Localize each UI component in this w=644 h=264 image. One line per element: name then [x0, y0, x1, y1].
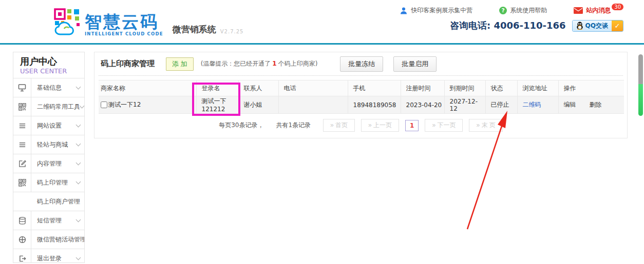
current-page-indicator: 1	[405, 120, 419, 131]
chevron-down-icon	[76, 84, 81, 89]
sidebar-title: 用户中心 USER CENTER	[13, 52, 84, 78]
scrollbar-thumb-green[interactable]	[638, 84, 643, 116]
qrcode-icon	[13, 173, 31, 192]
main-panel: 码上印商家管理 添 加 (温馨提示：您已经开通了1个码上印商家) 批量冻结 批量…	[94, 52, 628, 138]
sidebar-item-print-merchant-mgmt[interactable]: 码上印商户管理	[13, 192, 84, 211]
menu-icon	[13, 116, 31, 135]
total-records-text: 共有1条记录	[276, 121, 311, 130]
scrollbar-thumb-gray[interactable]	[638, 54, 643, 84]
database-icon	[13, 211, 31, 230]
messages-badge: 30	[612, 4, 623, 10]
chevron-down-icon	[76, 255, 81, 260]
prev-page-button[interactable]: » 上一页	[361, 119, 399, 132]
chevron-down-icon	[76, 160, 81, 165]
qrcode-icon	[13, 97, 31, 116]
hint-prefix: (温馨提示：您已经开通了	[201, 60, 271, 67]
cell-expire-date: 2027-12-12	[444, 96, 485, 114]
cell-contact: 谢小姐	[238, 96, 278, 114]
qq-check-icon: ✓	[612, 21, 623, 31]
sidebar-title-en: USER CENTER	[20, 67, 84, 75]
sidebar-item-label: 网站设置	[31, 121, 62, 130]
hotline-label: 咨询电话:	[450, 20, 490, 31]
col-register-date: 注册时间	[401, 80, 444, 96]
qq-chat-button[interactable]: QQ交谈 ✓	[572, 20, 623, 32]
app-logo: 智慧云码 INTELLIGENT CLOUD CODE 微营销系统 V2.7.2…	[54, 8, 243, 36]
globe-icon	[13, 230, 31, 249]
cloud-qrcode-logo-icon	[54, 8, 81, 36]
hint-suffix: 个码上印商家)	[278, 60, 318, 67]
chevron-down-icon	[76, 179, 81, 184]
chevron-down-icon	[76, 141, 81, 146]
sidebar-item-sms-mgmt[interactable]: 短信管理	[13, 211, 84, 230]
messages-label: 站内消息	[586, 6, 611, 15]
sidebar-item-label: 轻站与商城	[31, 140, 68, 149]
monitor-icon	[13, 78, 31, 97]
hint-text: (温馨提示：您已经开通了1个码上印商家)	[201, 59, 318, 68]
edit-icon	[13, 154, 31, 173]
help-label: 系统使用帮助	[510, 6, 547, 15]
sidebar-item-qrcode-tools[interactable]: 二维码常用工具	[13, 97, 84, 116]
case-center-link[interactable]: 快印客案例展示集中营	[400, 6, 472, 15]
col-phone: 电话	[278, 80, 348, 96]
row-checkbox[interactable]	[101, 101, 107, 108]
person-icon	[400, 7, 408, 15]
system-name: 微营销系统	[173, 24, 216, 35]
status-badge: 已停止	[485, 96, 517, 114]
sidebar-item-label: 短信管理	[31, 216, 62, 225]
chevron-down-icon	[76, 217, 81, 222]
col-expire-date: 到期时间	[444, 80, 485, 96]
merchant-table: 商家名称 登录名 联系人 电话 手机 注册时间 到期时间 状态 浏览地址 操作 …	[99, 80, 624, 114]
col-view-url: 浏览地址	[517, 80, 558, 96]
sidebar-title-cn: 用户中心	[20, 56, 84, 67]
last-page-button[interactable]: » 末 页	[469, 119, 502, 132]
delete-link[interactable]: 删除	[590, 101, 602, 108]
top-header: 智慧云码 INTELLIGENT CLOUD CODE 微营销系统 V2.7.2…	[0, 0, 644, 45]
logout-icon	[13, 249, 31, 263]
qq-penguin-icon	[576, 22, 583, 30]
sidebar-item-label: 退出登录	[31, 254, 62, 263]
sidebar-item-content-mgmt[interactable]: 内容管理	[13, 154, 84, 173]
sidebar-item-logout[interactable]: 退出登录	[13, 249, 84, 263]
case-center-label: 快印客案例展示集中营	[411, 6, 472, 15]
system-version: V2.7.25	[220, 29, 244, 34]
cell-mobile: 18948189058	[348, 96, 401, 114]
sidebar-item-site-settings[interactable]: 网站设置	[13, 116, 84, 135]
sidebar-item-lite-site-mall[interactable]: 轻站与商城	[13, 135, 84, 154]
toolbar-separator	[99, 75, 623, 76]
per-page-text: 每页30条记录，	[219, 121, 263, 130]
toolbar: 码上印商家管理 添 加 (温馨提示：您已经开通了1个码上印商家) 批量冻结 批量…	[94, 52, 627, 75]
site-messages-link[interactable]: 站内消息 30	[574, 6, 623, 15]
col-login-name: 登录名	[196, 80, 238, 96]
page-title: 码上印商家管理	[101, 59, 155, 69]
sidebar-item-basic-info[interactable]: 基础信息	[13, 78, 84, 97]
sidebar-item-label: 二维码常用工具	[31, 103, 80, 111]
first-page-button[interactable]: » 首页	[323, 119, 355, 132]
help-link[interactable]: ? 系统使用帮助	[499, 6, 547, 15]
table-header-row: 商家名称 登录名 联系人 电话 手机 注册时间 到期时间 状态 浏览地址 操作	[99, 80, 624, 96]
next-page-button[interactable]: » 下一页	[425, 119, 463, 132]
add-button[interactable]: 添 加	[166, 57, 194, 71]
col-mobile: 手机	[348, 80, 401, 96]
sidebar-item-label: 码上印管理	[31, 178, 68, 187]
sidebar-item-label: 内容管理	[31, 159, 62, 168]
sidebar-item-label: 微信营销活动管理	[31, 235, 85, 244]
chevron-down-icon	[80, 103, 85, 108]
cell-merchant-name: 测试一下12	[108, 100, 141, 109]
sidebar: 用户中心 USER CENTER 基础信息 二维码常用工具 网站设置	[13, 52, 85, 263]
menu-icon	[13, 135, 31, 154]
hotline-number: 4006-110-166	[494, 20, 565, 31]
sidebar-item-wechat-marketing[interactable]: 微信营销活动管理	[13, 230, 84, 249]
hotline: 咨询电话: 4006-110-166	[450, 19, 566, 32]
col-actions: 操作	[558, 80, 624, 96]
edit-link[interactable]: 编辑	[564, 101, 576, 108]
logo-title: 智慧云码	[85, 13, 163, 30]
cell-login-name: 测试一下121212	[196, 96, 238, 114]
qrcode-link[interactable]: 二维码	[523, 101, 541, 108]
cell-register-date: 2023-04-20	[401, 96, 444, 114]
sidebar-item-label: 码上印商户管理	[13, 197, 80, 206]
qq-chat-label: QQ交谈	[585, 22, 608, 30]
batch-freeze-button[interactable]: 批量冻结	[340, 56, 383, 72]
sidebar-item-print-code-mgmt[interactable]: 码上印管理	[13, 173, 84, 192]
batch-enable-button[interactable]: 批量启用	[393, 56, 437, 72]
help-icon: ?	[499, 7, 507, 14]
